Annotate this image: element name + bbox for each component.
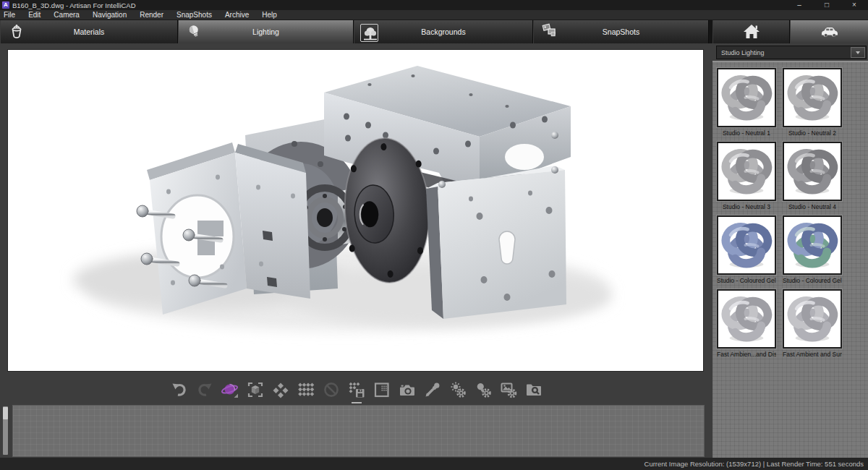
status-text: Current Image Resolution: (1539x712) | L… bbox=[644, 460, 868, 468]
lighting-preset-gallery: Studio - Neutral 1 Studio - Neutral 2 St… bbox=[717, 68, 844, 358]
undo-icon[interactable] bbox=[171, 381, 188, 398]
save-grid-icon[interactable] bbox=[348, 381, 365, 398]
window-controls: – □ × bbox=[786, 0, 868, 10]
preset-thumbnail[interactable] bbox=[783, 142, 842, 201]
title-bar: A B160_B_3D.dwg - Artisan For IntelliCAD… bbox=[0, 0, 868, 10]
gearbox-render bbox=[8, 50, 703, 371]
render-toolbar bbox=[171, 378, 542, 401]
sun-settings-icon[interactable] bbox=[449, 381, 467, 398]
chevron-down-icon bbox=[856, 51, 860, 54]
tab-lighting-label: Lighting bbox=[252, 27, 279, 36]
minimize-button[interactable]: – bbox=[786, 0, 813, 10]
knot-preview bbox=[718, 143, 775, 200]
quad-diamonds-icon[interactable] bbox=[272, 381, 289, 398]
preset-item[interactable]: Studio - Neutral 3 bbox=[717, 142, 776, 210]
dropdown-button[interactable] bbox=[851, 47, 865, 58]
knot-preview bbox=[784, 291, 841, 347]
lamp-settings-icon[interactable] bbox=[475, 381, 492, 398]
menu-render[interactable]: Render bbox=[133, 10, 170, 20]
knot-preview bbox=[784, 69, 841, 126]
preset-item[interactable]: Studio - Coloured Gel 2 bbox=[783, 215, 842, 284]
left-bracket bbox=[147, 142, 310, 315]
preset-label: Studio - Coloured Gel 1 bbox=[717, 277, 776, 284]
vehicle-mode-button[interactable] bbox=[790, 20, 868, 43]
background-scene-icon bbox=[362, 25, 375, 39]
light-bulb-icon bbox=[186, 23, 203, 40]
tab-materials-label: Materials bbox=[74, 27, 105, 36]
tab-backgrounds[interactable]: Backgrounds bbox=[354, 20, 533, 43]
preset-label: Studio - Coloured Gel 2 bbox=[783, 277, 842, 284]
preset-label: Fast Ambien...and Distant bbox=[717, 351, 776, 358]
car-icon bbox=[819, 21, 841, 43]
knot-preview bbox=[718, 69, 775, 126]
region-frame-icon[interactable] bbox=[373, 381, 391, 398]
image-settings-icon[interactable] bbox=[500, 381, 517, 398]
tab-snapshots[interactable]: SnapShots bbox=[533, 20, 709, 43]
snapshot-filmstrip[interactable] bbox=[12, 405, 705, 457]
dropdown-value: Studio Lighting bbox=[717, 49, 851, 56]
knot-preview bbox=[718, 291, 775, 347]
menu-camera[interactable]: Camera bbox=[47, 10, 86, 20]
knot-preview bbox=[718, 217, 775, 273]
dot-grid-icon[interactable] bbox=[297, 381, 315, 398]
close-button[interactable]: × bbox=[841, 0, 868, 10]
environment-planet-icon[interactable] bbox=[221, 381, 239, 398]
preset-thumbnail[interactable] bbox=[783, 289, 842, 349]
preset-thumbnail[interactable] bbox=[717, 215, 776, 275]
tab-backgrounds-label: Backgrounds bbox=[421, 27, 465, 36]
home-button[interactable] bbox=[712, 20, 790, 43]
artisan-app-window: A B160_B_3D.dwg - Artisan For IntelliCAD… bbox=[0, 0, 868, 470]
menu-snapshots[interactable]: SnapShots bbox=[170, 10, 218, 20]
knot-preview bbox=[784, 143, 841, 200]
preset-item[interactable]: Studio - Neutral 4 bbox=[783, 142, 842, 210]
menu-edit[interactable]: Edit bbox=[22, 10, 47, 20]
filmstrip-scrollbar[interactable] bbox=[3, 406, 8, 455]
preset-item[interactable]: Studio - Coloured Gel 1 bbox=[717, 215, 776, 284]
preset-item[interactable]: Fast Ambien...and Distant bbox=[717, 289, 776, 358]
menu-help[interactable]: Help bbox=[255, 10, 284, 20]
active-tool-indicator bbox=[352, 402, 362, 403]
camera-icon[interactable] bbox=[399, 381, 416, 398]
scrollbar-thumb[interactable] bbox=[3, 407, 8, 419]
menu-file[interactable]: File bbox=[0, 10, 22, 20]
status-bar: Current Image Resolution: (1539x712) | L… bbox=[0, 458, 868, 470]
preset-thumbnail[interactable] bbox=[783, 68, 842, 127]
tab-lighting[interactable]: Lighting bbox=[178, 20, 354, 43]
knot-preview bbox=[784, 217, 841, 273]
snapshot-photos-icon bbox=[541, 22, 561, 42]
preset-label: Studio - Neutral 3 bbox=[717, 203, 776, 210]
redo-icon[interactable] bbox=[196, 381, 213, 398]
preset-item[interactable]: Studio - Neutral 2 bbox=[783, 68, 842, 137]
render-cube-icon[interactable] bbox=[247, 381, 264, 398]
eyedropper-icon[interactable] bbox=[424, 381, 441, 398]
preset-thumbnail[interactable] bbox=[717, 142, 776, 201]
maximize-button[interactable]: □ bbox=[813, 0, 841, 10]
lighting-category-dropdown[interactable]: Studio Lighting bbox=[716, 46, 867, 59]
preset-thumbnail[interactable] bbox=[717, 68, 776, 127]
preset-thumbnail[interactable] bbox=[783, 215, 842, 275]
preset-label: Studio - Neutral 2 bbox=[783, 129, 842, 137]
paint-bucket-icon bbox=[8, 23, 25, 40]
menu-bar: File Edit Camera Navigation Render SnapS… bbox=[0, 10, 868, 20]
app-icon: A bbox=[2, 1, 9, 9]
tab-materials[interactable]: Materials bbox=[0, 20, 178, 43]
preset-label: Studio - Neutral 4 bbox=[783, 203, 842, 210]
main-toolbar: Materials Lighting Backgrounds SnapShots bbox=[0, 20, 868, 43]
render-viewport[interactable] bbox=[8, 50, 703, 371]
right-housing bbox=[426, 166, 566, 319]
menu-navigation[interactable]: Navigation bbox=[86, 10, 133, 20]
preset-label: Studio - Neutral 1 bbox=[717, 129, 776, 137]
preset-item[interactable]: Fast Ambient and Sun bbox=[783, 289, 842, 358]
window-title: B160_B_3D.dwg - Artisan For IntelliCAD bbox=[12, 1, 136, 9]
menu-archive[interactable]: Archive bbox=[218, 10, 255, 20]
home-icon bbox=[742, 22, 761, 41]
preset-item[interactable]: Studio - Neutral 1 bbox=[717, 68, 776, 137]
disabled-circle-icon[interactable] bbox=[323, 381, 340, 398]
tab-snapshots-label: SnapShots bbox=[603, 27, 639, 36]
folder-search-icon[interactable] bbox=[525, 381, 542, 398]
preset-label: Fast Ambient and Sun bbox=[783, 351, 842, 358]
preset-thumbnail[interactable] bbox=[717, 289, 776, 349]
